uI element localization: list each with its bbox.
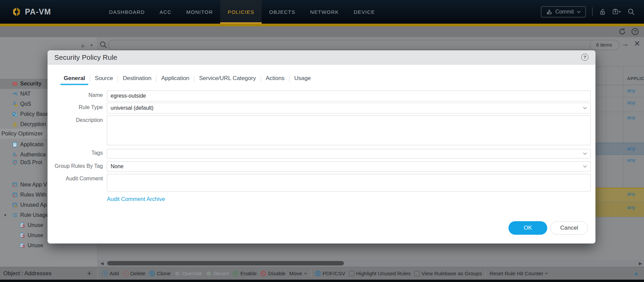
pdf-csv-icon	[315, 271, 321, 277]
toolbar-divider	[486, 270, 486, 277]
override-gear-icon	[174, 271, 180, 277]
description-textarea[interactable]	[107, 116, 591, 145]
tags-label: Tags	[48, 150, 103, 156]
top-nav: PA-VM DASHBOARD ACC MONITOR POLICIES OBJ…	[0, 0, 644, 24]
group-rules-by-tag-select[interactable]: None	[107, 161, 591, 172]
commit-label: Commit	[555, 9, 574, 15]
table-search-icon[interactable]	[99, 41, 108, 49]
qos-icon	[12, 101, 18, 107]
revert-button[interactable]: Revert	[206, 271, 229, 277]
unused-apps-icon	[12, 202, 18, 208]
nav-item-dashboard[interactable]: DASHBOARD	[101, 0, 152, 24]
override-button[interactable]: Override	[174, 271, 202, 277]
commit-icon	[546, 9, 552, 15]
security-policy-rule-dialog: Security Policy Rule ? General Source De…	[48, 50, 595, 243]
disable-button[interactable]: Disable	[260, 271, 286, 277]
move-button[interactable]: Move	[289, 271, 307, 277]
tab-usage[interactable]: Usage	[290, 73, 316, 85]
application-override-icon	[12, 142, 18, 147]
view-rulebase-as-groups-checkbox[interactable]: View Rulebase as Groups	[414, 271, 482, 277]
config-export-icon[interactable]	[612, 8, 621, 16]
policy-based-forwarding-icon	[12, 111, 18, 117]
enable-button[interactable]: ✓ Enable	[233, 271, 257, 277]
pdf-csv-button[interactable]: PDF/CSV	[315, 271, 345, 277]
delete-button[interactable]: − Delete	[123, 271, 146, 277]
bottom-toolbar: Object : Addresses + + Add − Delete Clon…	[0, 267, 644, 280]
nav-menu: DASHBOARD ACC MONITOR POLICIES OBJECTS N…	[101, 0, 382, 24]
rulebase-search-input[interactable]: 6 items	[108, 40, 620, 50]
nav-item-policies[interactable]: POLICIES	[220, 0, 262, 24]
gold-accent-bar	[0, 24, 644, 26]
authentication-icon	[12, 152, 18, 157]
clone-icon	[149, 271, 155, 277]
nav-item-monitor[interactable]: MONITOR	[179, 0, 221, 24]
dialog-title: Security Policy Rule	[48, 53, 117, 61]
search-icon[interactable]	[627, 8, 635, 16]
tab-application[interactable]: Application	[156, 73, 194, 85]
column-header-application: APPLIC	[627, 76, 644, 81]
toolbar-divider	[311, 270, 311, 277]
group-rules-by-tag-label: Group Rules By Tag	[48, 163, 103, 169]
checkbox-icon[interactable]	[414, 271, 420, 276]
tab-general[interactable]: General	[60, 73, 88, 85]
clear-filter-icon[interactable]: ✕	[634, 39, 640, 48]
chevron-down-icon	[577, 11, 581, 13]
nav-item-objects[interactable]: OBJECTS	[262, 0, 303, 24]
chevron-down-icon[interactable]: ▼	[3, 213, 7, 217]
apply-filter-arrow-icon[interactable]: →	[621, 39, 629, 48]
name-label: Name	[48, 92, 103, 98]
horizontal-scrollbar[interactable]: ◀ ▶	[98, 260, 644, 267]
scrollbar-thumb[interactable]	[107, 261, 344, 265]
dos-protection-icon	[12, 160, 18, 165]
dialog-header: Security Policy Rule ?	[48, 50, 595, 65]
audit-comment-archive-link[interactable]: Audit Comment Archive	[107, 196, 165, 202]
unlock-icon[interactable]	[599, 8, 606, 16]
decryption-unlock-icon	[12, 122, 18, 127]
more-options-button[interactable]: »	[634, 270, 644, 277]
highlight-unused-rules-checkbox[interactable]: Highlight Unused Rules	[349, 271, 411, 277]
add-icon: +	[102, 271, 108, 277]
sidebar-scroll-up-icon[interactable]: ▲	[90, 43, 93, 47]
unused-rule-icon	[20, 233, 25, 238]
scroll-right-icon[interactable]: ▶	[639, 261, 642, 266]
nav-item-device[interactable]: DEVICE	[346, 0, 382, 24]
cancel-button[interactable]: Cancel	[550, 221, 588, 235]
security-icon	[12, 81, 18, 86]
rule-usage-icon	[12, 212, 18, 218]
chevron-down-icon	[583, 107, 587, 109]
sidebar-grip-dot	[81, 45, 84, 48]
reset-rule-hit-counter-button[interactable]: Reset Rule Hit Counter	[490, 271, 548, 277]
refresh-icon[interactable]	[618, 28, 626, 35]
tags-select[interactable]	[107, 149, 591, 158]
nav-item-acc[interactable]: ACC	[152, 0, 179, 24]
add-button[interactable]: + Add	[102, 271, 119, 277]
checkbox-icon[interactable]	[349, 271, 354, 276]
nav-item-network[interactable]: NETWORK	[303, 0, 346, 24]
rule-type-label: Rule Type	[48, 104, 103, 110]
nav-divider	[592, 7, 593, 16]
tab-actions[interactable]: Actions	[261, 73, 289, 85]
chevron-down-icon	[583, 165, 587, 168]
help-icon[interactable]: ?	[632, 28, 639, 35]
ok-button[interactable]: OK	[508, 221, 547, 235]
name-input[interactable]	[107, 91, 591, 101]
object-selector[interactable]: Object : Addresses +	[0, 267, 98, 280]
items-count-badge: 6 items	[590, 40, 619, 50]
tab-source[interactable]: Source	[90, 73, 118, 85]
dialog-help-icon[interactable]: ?	[581, 54, 588, 61]
scroll-left-icon[interactable]: ◀	[100, 261, 104, 266]
chevron-down-icon	[545, 273, 548, 275]
add-object-icon[interactable]: +	[87, 269, 91, 278]
clone-button[interactable]: Clone	[149, 271, 171, 277]
revert-gear-icon	[206, 271, 212, 277]
rule-type-select[interactable]: universal (default)	[107, 103, 591, 113]
disable-icon	[260, 271, 266, 277]
tab-destination[interactable]: Destination	[118, 73, 156, 85]
nat-icon	[12, 91, 18, 97]
delete-icon: −	[123, 271, 129, 277]
commit-button[interactable]: Commit	[541, 6, 586, 18]
audit-comment-textarea[interactable]	[107, 174, 591, 191]
tab-service-url-category[interactable]: Service/URL Category	[194, 73, 261, 85]
unused-rule-icon	[20, 223, 25, 228]
dialog-tabs: General Source Destination Application S…	[59, 73, 316, 85]
